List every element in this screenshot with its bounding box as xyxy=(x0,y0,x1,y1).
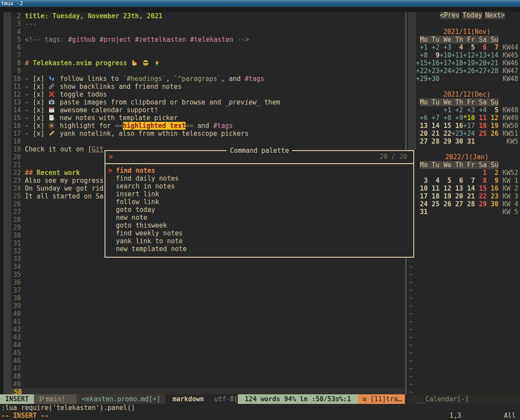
line-number: 14 xyxy=(11,106,21,114)
calendar-week-row[interactable]: 1 2 KW52 xyxy=(416,169,518,177)
text-segment: KW5 xyxy=(499,138,518,145)
text-segment: KW52 xyxy=(499,169,518,177)
palette-item-search-in-notes[interactable]: search in notes xyxy=(116,182,175,190)
calendar-nav-today-button[interactable]: Today xyxy=(463,12,482,19)
editor-line[interactable]: - [x] toggle todos xyxy=(25,91,107,98)
line-number: 44 xyxy=(11,341,21,349)
text-segment: <!-- tags: xyxy=(25,36,68,44)
left-margin xyxy=(0,12,3,394)
text-segment: KW46 xyxy=(499,59,518,67)
editor-line[interactable]: title: Tuesday, November 23th, 2021 xyxy=(25,12,162,20)
line-number: 43 xyxy=(11,333,21,341)
editor-line[interactable]: ## Recent work xyxy=(25,169,80,177)
git-branch-segment[interactable]: main! xyxy=(34,394,77,404)
wordcount-position-segment: 124 words 94% ln :50/53≡%:1 xyxy=(238,394,358,404)
line-number: 32 xyxy=(11,247,21,255)
calendar-week-row[interactable]: +15+16+17+18+19+20+21 KW46 xyxy=(416,59,518,67)
empty-line-tilde: ~ xyxy=(409,365,413,373)
editor-line[interactable]: Check it out on [Git xyxy=(25,145,104,153)
text-segment: Recent work xyxy=(37,169,80,177)
text-segment: yank notelink, also from wthin telescope… xyxy=(56,130,249,138)
calendar-week-row[interactable]: 13 14 15 16+17 18 19 KW50 xyxy=(416,122,518,130)
line-number: 4 xyxy=(11,28,21,36)
text-segment: toggle todos xyxy=(56,91,107,98)
line-number: 34 xyxy=(11,263,21,271)
text-segment: # xyxy=(25,59,33,67)
line-number: 45 xyxy=(11,349,21,357)
text-segment: follow links to xyxy=(56,75,123,83)
palette-item-yank-link-to-note[interactable]: yank link to note xyxy=(116,237,183,245)
filename-segment[interactable]: <ekasten.promo.md[+] xyxy=(77,394,165,404)
text-segment: 24 25 26 27 28 xyxy=(416,200,475,208)
editor-line[interactable]: - [x] paste images from clipboard or bro… xyxy=(25,98,280,106)
mode-indicator: INSERT xyxy=(0,394,34,404)
text-segment: highlight for xyxy=(56,122,115,130)
command-line[interactable]: :lua require('telekasten').panel() xyxy=(1,404,135,412)
empty-line-tilde: ~ xyxy=(409,373,413,380)
palette-search-input[interactable] xyxy=(117,153,361,161)
editor-line[interactable]: --- xyxy=(25,20,37,28)
text-segment: 23 xyxy=(487,192,499,200)
result-counter: 20 / 20 xyxy=(380,153,407,161)
text-segment: 26 xyxy=(487,130,499,138)
window-title: tmux -2 xyxy=(1,0,23,7)
calendar-week-row[interactable]: 24 25 26 27 28 29 30 KW 4 xyxy=(416,200,518,208)
text-segment: == xyxy=(186,122,193,130)
calendar-week-row[interactable]: 27 28 29 30 31 KW5 xyxy=(416,138,518,145)
editor-line[interactable]: - [x] awesome calendar support! xyxy=(25,106,158,114)
calendar-week-row[interactable]: +6 +7 +8 +9*10 11 12 KW49 xyxy=(416,114,518,122)
editor-line[interactable]: - [x] highlight for ==highlighted text==… xyxy=(25,122,233,130)
calendar-week-row[interactable]: +1 +2 +3 +4 5 KW48 xyxy=(416,106,518,114)
text-segment: `^paragraps` xyxy=(174,75,221,83)
text-segment: 30 xyxy=(487,200,499,208)
calendar-week-row[interactable]: +8 9+10+11+12+13+14 KW45 xyxy=(416,51,518,59)
calendar-week-row[interactable]: 10 11 12 13 14 15 16 KW 2 xyxy=(416,185,518,192)
calendar-nav-prev-button[interactable]: <Prev xyxy=(440,12,459,19)
editor-line[interactable]: # Telekasten.nvim progress xyxy=(25,59,161,67)
buffer-tab-segment[interactable]: ≡ [11]tra… xyxy=(358,394,405,404)
command-palette-popup[interactable]: Command palette > 20 / 20 >find notesfin… xyxy=(105,150,414,258)
calendar-week-row[interactable]: 20 21 22+23+24 25 26 KW51 xyxy=(416,130,518,138)
text-segment: show backlinks and friend notes xyxy=(56,83,182,91)
calendar-week-row[interactable]: +29+30 KW48 xyxy=(416,75,518,83)
text-segment: +6 +7 +8 +9 xyxy=(416,114,463,122)
text-segment: 22 xyxy=(475,192,486,200)
calendar-month-title: 2021/12(Dec) xyxy=(416,91,518,98)
text-segment: KW47 xyxy=(499,67,518,75)
text-segment: *10 xyxy=(463,114,475,122)
text-segment: KW49 xyxy=(499,114,518,122)
line-number: 37 xyxy=(11,286,21,294)
palette-item-follow-link[interactable]: follow link xyxy=(116,198,159,206)
zap-icon xyxy=(154,60,161,66)
calendar-week-row[interactable]: +22+23+24+25+26+27+28 KW47 xyxy=(416,67,518,75)
editor-line[interactable]: On Sunday we got rid xyxy=(25,185,104,192)
editor-line[interactable]: Also see my progress xyxy=(25,177,104,185)
text-segment: 15 xyxy=(475,185,486,192)
text-segment: +1 +2 +3 +4 xyxy=(439,106,486,114)
line-number: 39 xyxy=(11,302,21,310)
text-segment: 17 18 19 20 21 xyxy=(416,192,475,200)
editor-line[interactable]: - [x] yank notelink, also from wthin tel… xyxy=(25,130,249,138)
palette-item-goto-thisweek[interactable]: goto thisweek xyxy=(116,222,167,229)
calendar-week-row[interactable]: 31 KW 5 xyxy=(416,208,518,216)
editor-line[interactable]: It all started on Sa xyxy=(25,192,104,200)
editor-line[interactable]: - [x] new notes with template picker xyxy=(25,114,178,122)
editor-line[interactable]: - [x] follow links to `#headings`, `^par… xyxy=(25,75,264,83)
palette-item-find-daily-notes[interactable]: find daily notes xyxy=(116,175,179,182)
calendar-week-row[interactable]: 17 18 19 20 21 22 23 KW 3 xyxy=(416,192,518,200)
calendar-nav-next-button[interactable]: Next> xyxy=(485,12,505,19)
calendar-week-row[interactable]: +1 +2 +3 4 5 6 7 KW44 xyxy=(416,44,518,51)
palette-item-insert-link[interactable]: insert link xyxy=(116,190,159,198)
editor-line[interactable]: - [x] show backlinks and friend notes xyxy=(25,83,182,91)
palette-item-new-note[interactable]: new note xyxy=(116,214,147,222)
palette-item-goto-today[interactable]: goto today xyxy=(116,206,155,214)
empty-line-tilde: ~ xyxy=(409,341,413,349)
editor-line[interactable]: <!-- tags: #github #project #zettelkaste… xyxy=(25,36,249,44)
palette-item-find-weekly-notes[interactable]: find weekly notes xyxy=(116,229,183,237)
empty-line-tilde: ~ xyxy=(409,279,413,286)
text-segment: `#headings` xyxy=(123,75,166,83)
text-segment: 9 xyxy=(428,51,439,59)
palette-item-find-notes[interactable]: find notes xyxy=(116,167,155,175)
palette-item-new-templated-note[interactable]: new templated note xyxy=(116,245,187,253)
calendar-week-row[interactable]: 3 4 5 6 7 8 9 KW 1 xyxy=(416,177,518,185)
